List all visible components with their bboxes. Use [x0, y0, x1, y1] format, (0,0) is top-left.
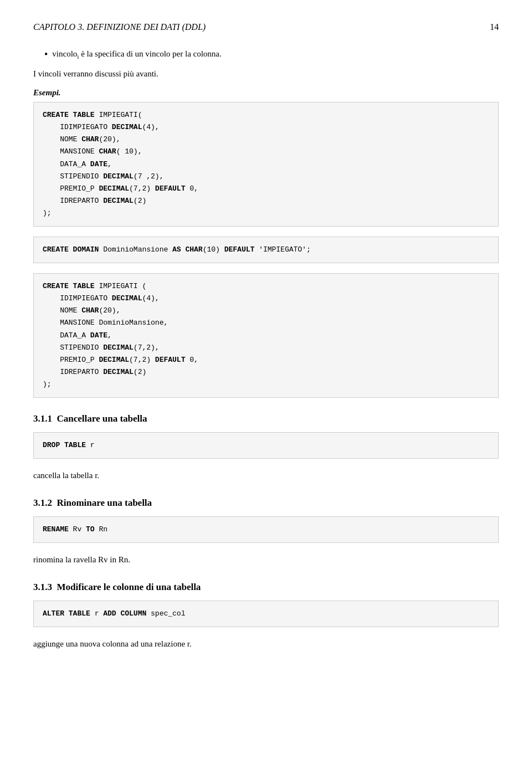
- code-block-6: ALTER TABLE r ADD COLUMN spec_col: [33, 601, 499, 627]
- bullet-dot: •: [44, 48, 48, 61]
- subscript-i: i: [77, 53, 79, 60]
- page-number: 14: [490, 22, 499, 32]
- text-312: rinomina la ravella Rv in Rn.: [33, 553, 499, 566]
- bullet-text-vincolo: vincoloi è la specifica di un vincolo pe…: [52, 48, 221, 61]
- vincoli-text: I vincoli verranno discussi più avanti.: [33, 67, 499, 80]
- code-block-3: CREATE TABLE IMPIEGATI ( IDIMPIEGATO DEC…: [33, 273, 499, 398]
- section-311-title: Cancellare una tabella: [57, 413, 147, 424]
- code-block-4: DROP TABLE r: [33, 432, 499, 459]
- esempi-label: Esempi.: [33, 88, 499, 98]
- section-313-heading: 3.1.3 Modificare le colonne di una tabel…: [33, 582, 499, 593]
- code-block-2: CREATE DOMAIN DominioMansione AS CHAR(10…: [33, 237, 499, 263]
- section-312-title: Rinominare una tabella: [57, 498, 152, 508]
- text-313: aggiunge una nuova colonna ad una relazi…: [33, 637, 499, 650]
- code-block-1: CREATE TABLE IMPIEGATI( IDIMPIEGATO DECI…: [33, 102, 499, 227]
- code-block-5: RENAME Rv TO Rn: [33, 516, 499, 543]
- chapter-title: CAPITOLO 3. DEFINIZIONE DEI DATI (DDL): [33, 22, 206, 32]
- section-312-number: 3.1.2: [33, 498, 52, 508]
- section-313-title: Modificare le colonne di una tabella: [57, 582, 201, 592]
- section-311-number: 3.1.1: [33, 413, 52, 424]
- page-header: CAPITOLO 3. DEFINIZIONE DEI DATI (DDL) 1…: [33, 22, 499, 32]
- section-313-number: 3.1.3: [33, 582, 52, 592]
- section-311-heading: 3.1.1 Cancellare una tabella: [33, 413, 499, 424]
- section-312-heading: 3.1.2 Rinominare una tabella: [33, 498, 499, 509]
- text-311: cancella la tabella r.: [33, 469, 499, 482]
- bullet-item-vincolo: • vincoloi è la specifica di un vincolo …: [44, 48, 499, 61]
